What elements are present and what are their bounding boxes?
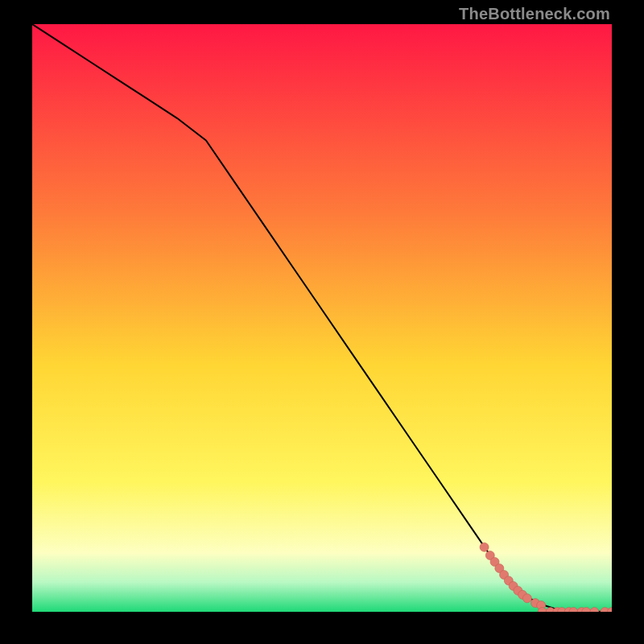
chart-frame: TheBottleneck.com: [0, 0, 644, 644]
bottleneck-chart: [32, 24, 612, 612]
benchmark-dot: [480, 543, 489, 551]
benchmark-dot: [522, 594, 531, 603]
watermark-text: TheBottleneck.com: [459, 5, 610, 23]
gradient-background: [32, 24, 612, 612]
